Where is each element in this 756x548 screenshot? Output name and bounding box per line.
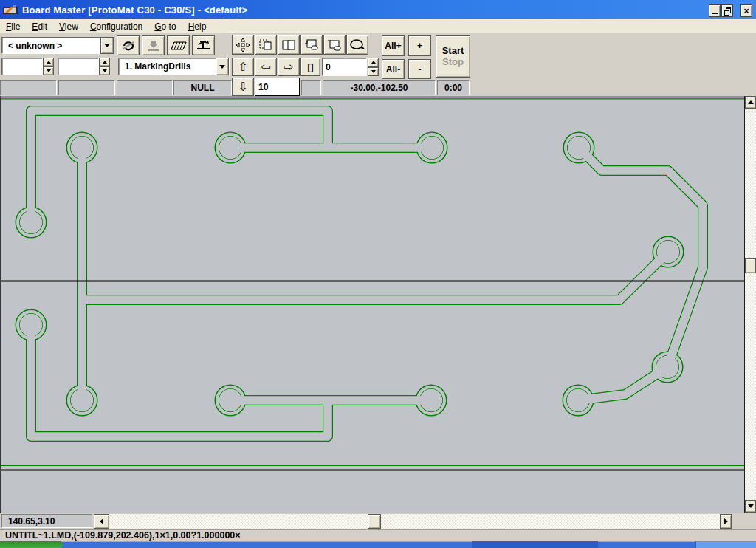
x-coordinate-spinner[interactable]: [43, 58, 54, 75]
phase-combobox[interactable]: 1. MarkingDrills: [118, 58, 230, 75]
arrow-left-icon: ⇦: [261, 61, 270, 73]
spin-down-icon[interactable]: [99, 66, 110, 75]
insert-block-icon: [304, 38, 319, 52]
move-head-icon: [236, 38, 250, 52]
y-coordinate-spinner[interactable]: [99, 58, 110, 75]
spin-up-icon[interactable]: [43, 58, 54, 66]
head-position-cell: -30.00,-102.50: [323, 80, 436, 95]
move-head-button[interactable]: [232, 35, 254, 55]
head-down-icon: [147, 40, 160, 52]
jog-left-button[interactable]: ⇦: [255, 58, 277, 76]
x-coordinate-field[interactable]: [1, 58, 43, 75]
spin-down-icon[interactable]: [43, 66, 54, 75]
all-minus-button[interactable]: All-: [382, 59, 405, 79]
menu-item-go-to[interactable]: Go to: [148, 20, 182, 33]
arrow-down-icon: ⇩: [238, 81, 247, 93]
start-stop-button[interactable]: Start Stop: [436, 35, 470, 78]
redraw-button[interactable]: [117, 35, 140, 55]
scroll-left-button[interactable]: [94, 514, 109, 529]
cursor-position-cell: 140.65,3.10: [1, 514, 92, 528]
scroll-up-button[interactable]: [745, 96, 756, 109]
system-tray: [695, 541, 756, 548]
menu-item-configuration[interactable]: Configuration: [84, 20, 148, 33]
scroll-right-button[interactable]: [720, 514, 732, 529]
status-cell-2: [58, 80, 115, 95]
horizontal-scroll-thumb[interactable]: [368, 514, 381, 529]
spin-up-icon[interactable]: [368, 58, 379, 67]
append-block-icon: [327, 38, 342, 52]
board-master-window: Board Master [ProtoMat C30 - C30/S] - <d…: [0, 0, 756, 548]
status-cell-3: [117, 80, 173, 95]
menu-item-edit[interactable]: Edit: [26, 20, 53, 33]
all-plus-button[interactable]: All+: [382, 35, 405, 56]
scroll-down-icon: [748, 504, 754, 508]
phase-combobox-dropdown-button[interactable]: [216, 58, 229, 75]
redraw-icon: [121, 39, 136, 52]
rubout-area-icon: [171, 41, 187, 51]
zoom-icon: [349, 39, 365, 51]
append-block-button[interactable]: [323, 35, 346, 55]
pcb-canvas[interactable]: [0, 96, 744, 513]
horizontal-scrollbar[interactable]: [109, 514, 732, 529]
copy-block-button[interactable]: [255, 35, 277, 55]
stop-label: Stop: [442, 57, 464, 68]
scroll-up-icon: [748, 100, 754, 104]
plus-button[interactable]: +: [408, 35, 431, 56]
material-combobox-value: < unknown >: [2, 41, 100, 51]
select-value-field[interactable]: 0: [322, 58, 367, 76]
scroll-down-button[interactable]: [745, 500, 756, 513]
copy-block-icon: [258, 38, 273, 52]
title-bar[interactable]: Board Master [ProtoMat C30 - C30/S] - <d…: [0, 0, 756, 19]
close-button[interactable]: ×: [740, 4, 752, 17]
status-cell-1: [0, 80, 57, 95]
mirror-block-button[interactable]: [278, 35, 300, 55]
scroll-right-icon: [724, 518, 728, 524]
tool-exchange-position-button[interactable]: [192, 35, 215, 55]
tool-exchange-icon: [196, 39, 211, 52]
app-icon: [3, 4, 18, 16]
select-value-spinner[interactable]: [368, 58, 379, 76]
head-down-button[interactable]: [142, 35, 165, 55]
material-combobox-dropdown-button[interactable]: [100, 37, 114, 54]
status-bar: UNTITL~1.LMD,(-109.879,202.406),1×1,0.00…: [0, 529, 756, 541]
material-combobox[interactable]: < unknown >: [1, 37, 114, 54]
brackets-button[interactable]: []: [300, 58, 320, 76]
window-title: Board Master [ProtoMat C30 - C30/S] - <d…: [22, 4, 248, 16]
jog-right-button[interactable]: ⇨: [278, 58, 300, 76]
vertical-scrollbar[interactable]: [744, 96, 756, 513]
mirror-block-icon: [281, 38, 296, 52]
pcb-board-drawing: [1, 96, 745, 513]
taskbar-app-button[interactable]: [472, 541, 598, 548]
restore-button[interactable]: [721, 4, 733, 17]
phase-combobox-value: 1. MarkingDrills: [119, 61, 216, 72]
toolbar: < unknown >: [0, 33, 756, 96]
spin-down-icon[interactable]: [368, 67, 379, 77]
zoom-button[interactable]: [346, 35, 368, 55]
step-size-field[interactable]: 10: [255, 78, 300, 96]
menu-item-help[interactable]: Help: [182, 20, 213, 33]
jog-down-button[interactable]: ⇩: [232, 78, 254, 96]
menu-item-view[interactable]: View: [53, 20, 84, 33]
elapsed-time-cell: 0:00: [437, 80, 470, 95]
vertical-scroll-thumb[interactable]: [745, 258, 756, 273]
file-info-text: UNTITL~1.LMD,(-109.879,202.406),1×1,0.00…: [5, 530, 241, 541]
rubout-area-button[interactable]: [167, 35, 190, 55]
minus-button[interactable]: -: [408, 59, 431, 79]
jog-up-button[interactable]: ⇧: [232, 58, 254, 76]
taskbar[interactable]: [0, 541, 756, 548]
menu-item-file[interactable]: File: [0, 20, 26, 33]
minimize-button[interactable]: [709, 4, 721, 17]
y-coordinate-field[interactable]: [58, 58, 99, 75]
menu-bar: FileEditViewConfigurationGo toHelp: [0, 19, 756, 34]
scroll-left-icon: [100, 518, 103, 524]
horizontal-scrollbar-row: 140.65,3.10: [0, 513, 756, 529]
taskbar-highlight: [0, 541, 756, 542]
insert-block-button[interactable]: [300, 35, 323, 55]
arrow-right-icon: ⇨: [284, 61, 293, 73]
arrow-up-icon: ⇧: [238, 61, 247, 73]
tool-status-cell: NULL: [173, 80, 232, 95]
spin-up-icon[interactable]: [99, 58, 110, 66]
start-label: Start: [442, 46, 464, 57]
start-button[interactable]: [0, 541, 63, 548]
status-cell-small: [301, 80, 321, 95]
